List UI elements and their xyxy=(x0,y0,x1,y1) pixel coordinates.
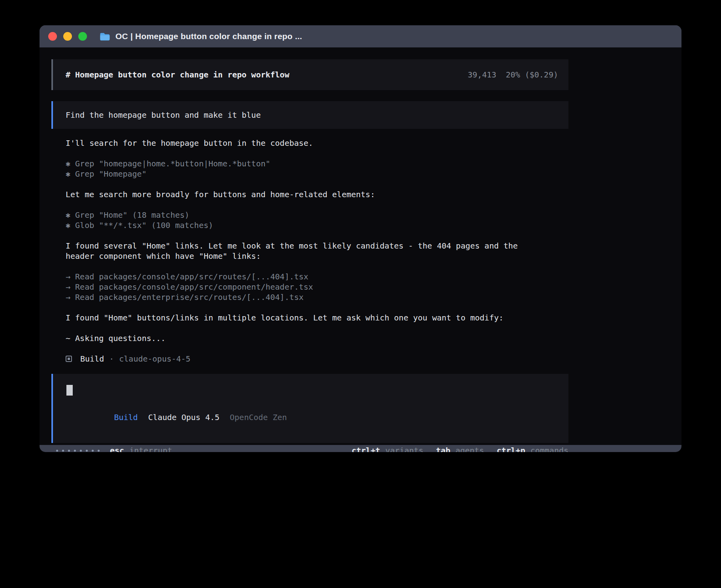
user-message: Find the homepage button and make it blu… xyxy=(51,101,568,129)
assistant-text-line: I'll search for the homepage button in t… xyxy=(66,138,568,148)
tool-call-line: ✱ Grep "Homepage" xyxy=(66,169,568,179)
spinner-dot xyxy=(56,450,58,452)
blank-line xyxy=(66,261,568,271)
window-title: OC | Homepage button color change in rep… xyxy=(115,32,302,41)
assistant-text-line: header component which have "Home" links… xyxy=(66,251,568,261)
tool-call-line: ✱ Grep "homepage|home.*button|Home.*butt… xyxy=(66,158,568,169)
separator-dot: · xyxy=(109,354,114,364)
tool-call-line: ✱ Grep "Home" (18 matches) xyxy=(66,210,568,220)
title-group: OC | Homepage button color change in rep… xyxy=(100,32,302,41)
working-spinner xyxy=(56,450,100,452)
spinner-dot xyxy=(74,450,76,452)
blank-line xyxy=(66,230,568,241)
session-title: # Homepage button color change in repo w… xyxy=(66,70,289,80)
session-stats: 39,41320%($0.29) xyxy=(468,70,558,80)
agent-name: Build xyxy=(80,354,104,364)
transcript: I'll search for the homepage button in t… xyxy=(51,138,568,343)
minimize-button[interactable] xyxy=(63,32,72,41)
shortcut-label: agents xyxy=(455,446,484,452)
assistant-text-line: ~ Asking questions... xyxy=(66,333,568,343)
assistant-text-line: I found "Home" buttons/links in multiple… xyxy=(66,313,568,323)
window-titlebar[interactable]: OC | Homepage button color change in rep… xyxy=(40,25,681,47)
zoom-button[interactable] xyxy=(78,32,87,41)
input-agent-label[interactable]: Build xyxy=(114,413,138,422)
spinner-dot xyxy=(92,450,94,452)
prompt-input[interactable]: BuildClaude Opus 4.5OpenCode Zen xyxy=(51,374,568,443)
session-cost: ($0.29) xyxy=(525,70,558,79)
folder-icon xyxy=(100,32,110,41)
input-provider-label: OpenCode Zen xyxy=(230,413,287,422)
shortcut-key: tab xyxy=(436,446,450,452)
blank-line xyxy=(66,323,568,333)
agent-status-row: Build · claude-opus-4-5 xyxy=(66,354,568,364)
spinner-dot xyxy=(80,450,82,452)
shortcut-label: commands xyxy=(530,446,568,452)
agent-model: claude-opus-4-5 xyxy=(119,354,191,364)
spinner-dot xyxy=(98,450,100,452)
shortcut-key: ctrl+t xyxy=(351,446,380,452)
close-button[interactable] xyxy=(48,32,57,41)
token-count: 39,413 xyxy=(468,70,496,79)
blank-line xyxy=(66,179,568,189)
text-cursor xyxy=(66,385,73,396)
shortcut-hints: ctrl+tvariantstabagentsctrl+pcommands xyxy=(351,445,568,452)
assistant-text-line: I found several "Home" links. Let me loo… xyxy=(66,241,568,251)
spinner-dot xyxy=(68,450,70,452)
tool-call-line: ✱ Glob "**/*.tsx" (100 matches) xyxy=(66,220,568,230)
shortcut-commands: ctrl+pcommands xyxy=(496,445,568,452)
terminal-window: OC | Homepage button color change in rep… xyxy=(40,25,681,452)
esc-key-hint: esc xyxy=(110,445,124,452)
session-header: # Homepage button color change in repo w… xyxy=(51,59,568,90)
shortcut-label: variants xyxy=(385,446,423,452)
shortcut-agents: tabagents xyxy=(436,445,484,452)
blank-line xyxy=(66,148,568,158)
tool-call-line: → Read packages/console/app/src/routes/[… xyxy=(66,271,568,282)
traffic-lights xyxy=(48,32,87,41)
spinner-dot xyxy=(86,450,88,452)
model-line: BuildClaude Opus 4.5OpenCode Zen xyxy=(66,402,558,433)
spinner-dot xyxy=(62,450,64,452)
context-percent: 20% xyxy=(506,70,520,79)
terminal-content: # Homepage button color change in repo w… xyxy=(40,47,681,445)
assistant-text-line: Let me search more broadly for buttons a… xyxy=(66,189,568,200)
blank-line xyxy=(66,302,568,313)
shortcut-variants: ctrl+tvariants xyxy=(351,445,423,452)
interrupt-label: interrupt xyxy=(129,445,172,452)
shortcut-key: ctrl+p xyxy=(496,446,525,452)
tool-call-line: → Read packages/console/app/src/componen… xyxy=(66,282,568,292)
input-model-label[interactable]: Claude Opus 4.5 xyxy=(148,413,220,422)
status-bar: esc interrupt ctrl+tvariantstabagentsctr… xyxy=(51,445,568,452)
agent-build-icon xyxy=(66,356,72,362)
tool-call-line: → Read packages/enterprise/src/routes/[.… xyxy=(66,292,568,302)
blank-line xyxy=(66,200,568,210)
